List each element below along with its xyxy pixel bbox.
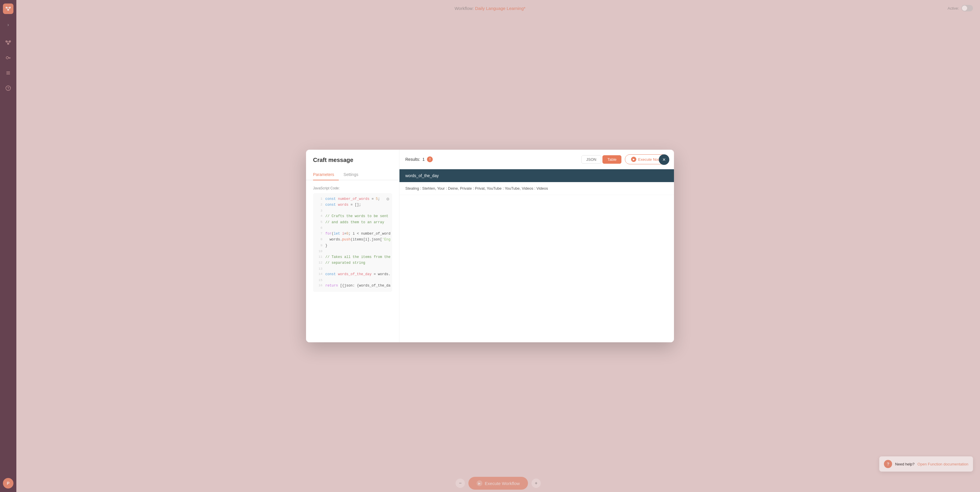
code-line-10: 10 [315,249,390,254]
code-line-5: 5 // and adds them to an array [315,219,390,225]
code-line-16: 16 return [{json: {words_of_the_da [315,283,390,289]
table-data-row: Stealing : Stehlen, Your : Deine, Privat… [399,182,674,195]
right-panel-header: Results: 1 ! JSON Table ▶ Execute Node [399,150,674,169]
left-panel-content: JavaScript Code: ⚙ 1 const number_of_wor… [306,180,399,342]
code-line-14: 14 const words_of_the_day = words. [315,271,390,277]
code-line-3: 3 [315,208,390,214]
code-line-12: 12 // separated string [315,260,390,266]
results-count: 1 [423,157,425,162]
code-line-15: 15 [315,278,390,283]
info-icon: ! [427,156,433,162]
view-buttons: JSON Table [581,155,622,164]
json-view-button[interactable]: JSON [581,155,601,164]
results-info: Results: 1 ! [405,156,433,162]
tab-parameters[interactable]: Parameters [313,169,339,180]
code-line-8: 8 words.push(items[i].json['Eng [315,236,390,243]
code-line-1: 1 const number_of_words = 5; [315,196,390,202]
code-line-2: 2 const words = []; [315,202,390,208]
modal-overlay: × Craft message Parameters Settings Java… [0,0,980,492]
code-line-13: 13 [315,266,390,272]
close-button[interactable]: × [659,154,669,165]
panel-title: Craft message [313,157,392,163]
code-line-9: 9 } [315,243,390,249]
code-settings-icon[interactable]: ⚙ [387,196,389,202]
table-view-button[interactable]: Table [603,155,621,164]
left-panel: Craft message Parameters Settings JavaSc… [306,150,399,342]
table-header: words_of_the_day [399,169,674,182]
code-line-4: 4 // Crafts the words to be sent [315,213,390,219]
tab-settings[interactable]: Settings [344,169,363,180]
results-label: Results: [405,157,420,162]
code-line-11: 11 // Takes all the items from the [315,254,390,260]
modal-dialog: × Craft message Parameters Settings Java… [306,150,674,342]
execute-node-label: Execute Node [638,157,662,162]
code-line-7: 7 for(let i=0; i < number_of_word [315,231,390,236]
left-panel-header: Craft message Parameters Settings [306,150,399,180]
execute-node-play-icon: ▶ [631,157,636,162]
right-panel: Results: 1 ! JSON Table ▶ Execute Node [399,150,674,342]
tab-bar: Parameters Settings [306,169,399,180]
results-table: words_of_the_day Stealing : Stehlen, You… [399,169,674,195]
code-editor[interactable]: ⚙ 1 const number_of_words = 5; 2 const w… [313,193,392,292]
code-label: JavaScript Code: [313,186,392,190]
code-line-6: 6 [315,225,390,231]
